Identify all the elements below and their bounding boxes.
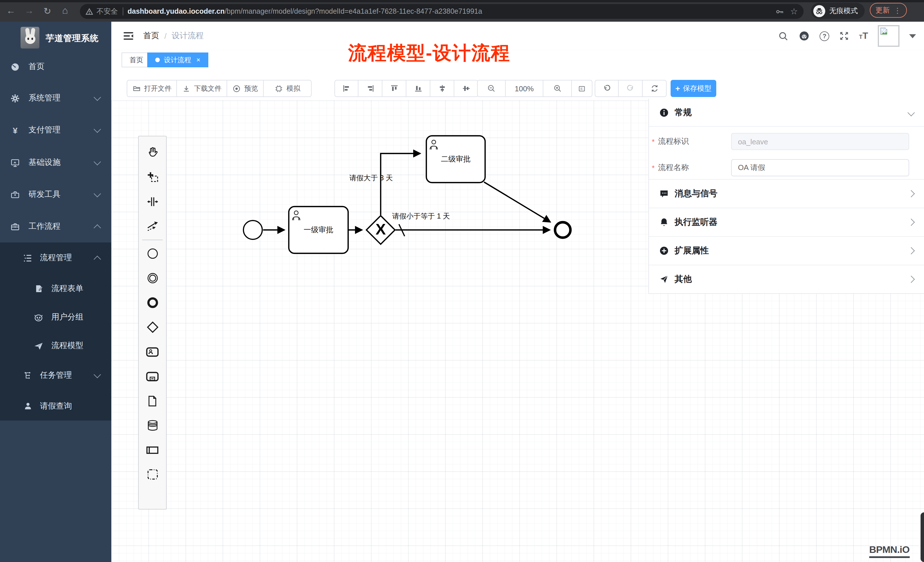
flow-label-less-equal-1-day[interactable]: 请假小于等于 1 天 (392, 212, 450, 221)
app-title: 芋道管理系统 (46, 33, 99, 44)
task1-label[interactable]: 一级审批 (289, 207, 348, 253)
sidebar-item-process-management[interactable]: 流程管理 (0, 245, 111, 270)
collapse-menu-icon[interactable] (123, 30, 134, 42)
help-icon[interactable]: ? (819, 31, 829, 41)
flow-task2-to-end[interactable] (484, 182, 550, 222)
sidebar-item-devtools[interactable]: 研发工具 (0, 182, 111, 207)
search-icon[interactable] (778, 30, 789, 41)
urlbar-divider (122, 7, 123, 15)
sidebar-item-workflow[interactable]: 工作流程 (0, 214, 111, 239)
avatar[interactable] (878, 25, 900, 47)
sidebar-item-task-management[interactable]: 任务管理 (0, 363, 111, 388)
process-name-input[interactable] (731, 159, 909, 176)
browser-reload-icon[interactable]: ↻ (41, 4, 54, 17)
process-key-input[interactable] (731, 133, 909, 150)
form-row-process-key: * 流程标识 (649, 132, 924, 151)
sidebar-item-system[interactable]: 系统管理 (0, 85, 111, 111)
browser-home-icon[interactable]: ⌂ (59, 4, 71, 17)
chevron-right-icon (908, 219, 915, 226)
avatar-caret-icon[interactable] (909, 34, 916, 38)
sidebar-item-label: 基础设施 (28, 157, 60, 168)
sidebar-item-payment[interactable]: ¥ 支付管理 (0, 117, 111, 142)
close-icon[interactable]: × (196, 56, 200, 64)
url-host: dashboard.yudao.iocoder.cn (128, 7, 225, 15)
breadcrumb-home[interactable]: 首页 (143, 31, 159, 41)
tab-design-process[interactable]: 设计流程 × (147, 52, 208, 67)
browser-tabstrip (0, 0, 924, 2)
end-event[interactable] (555, 222, 570, 238)
flow-gateway-to-task2[interactable] (381, 153, 420, 215)
plus-circle-icon (659, 246, 669, 256)
bpmn-canvas[interactable]: 打开文件 下载文件 预览 模拟 (111, 73, 924, 562)
warning-icon (86, 8, 93, 15)
breadcrumb: 首页 / 设计流程 (143, 31, 204, 41)
main-area: 首页 / 设计流程 ? TT (111, 22, 924, 562)
section-execution-listener[interactable]: 执行监听器 (649, 208, 924, 236)
info-icon (659, 108, 669, 117)
browser-update-button[interactable]: 更新 ⋮ (870, 3, 907, 18)
section-title: 常规 (675, 107, 692, 118)
chevron-down-icon (94, 190, 101, 197)
person-icon (23, 402, 33, 411)
sidebar-item-infrastructure[interactable]: 基础设施 (0, 150, 111, 175)
section-general[interactable]: 常规 (649, 99, 924, 126)
sidebar-item-label: 流程表单 (51, 283, 83, 294)
bpmn-io-watermark[interactable]: BPMN.iO (869, 544, 909, 558)
paper-plane-icon (34, 341, 44, 351)
chevron-right-icon (908, 276, 915, 283)
sidebar-item-label: 研发工具 (28, 189, 60, 200)
security-label: 不安全 (96, 7, 118, 16)
screenshot-root: ← → ↻ ⌂ 不安全 dashboard.yudao.iocoder.cn/b… (0, 0, 924, 562)
incognito-badge: 无痕模式 (811, 3, 865, 19)
font-size-icon[interactable]: TT (859, 31, 868, 41)
sidebar-item-user-group[interactable]: 用户分组 (0, 305, 111, 330)
incognito-icon (813, 5, 825, 17)
briefcase-icon (10, 222, 20, 231)
chevron-right-icon (908, 247, 915, 254)
section-title: 其他 (675, 274, 692, 285)
sidebar-item-label: 首页 (28, 61, 45, 72)
tab-home[interactable]: 首页 (122, 52, 151, 67)
start-event[interactable] (243, 220, 262, 239)
section-message-signal[interactable]: 消息与信号 (649, 179, 924, 208)
github-icon[interactable] (798, 30, 810, 42)
general-form: * 流程标识 * 流程名称 (649, 126, 924, 179)
app-logo (21, 27, 39, 48)
properties-panel: 常规 * 流程标识 * 流程名称 (648, 99, 924, 294)
bookmark-star-icon[interactable]: ☆ (790, 6, 798, 16)
breadcrumb-current: 设计流程 (172, 31, 204, 41)
face-icon (34, 312, 44, 322)
sidebar-item-home[interactable]: 首页 (0, 54, 111, 79)
section-title: 消息与信号 (675, 188, 717, 199)
key-icon[interactable] (775, 7, 784, 16)
sidebar-item-leave-query[interactable]: 请假查询 (0, 394, 111, 419)
tab-label: 首页 (129, 55, 143, 65)
side-handle[interactable] (921, 513, 924, 562)
address-bar[interactable]: 不安全 dashboard.yudao.iocoder.cn/bpm/manag… (80, 4, 804, 19)
bell-icon (659, 217, 669, 227)
sidebar: 芋道管理系统 首页 系统管理 ¥ 支付管理 基础设施 (0, 22, 111, 562)
app-logo-row[interactable]: 芋道管理系统 (0, 25, 111, 51)
chevron-up-icon (94, 255, 101, 262)
fullscreen-icon[interactable] (839, 31, 849, 41)
sidebar-item-label: 系统管理 (28, 93, 60, 103)
incognito-label: 无痕模式 (829, 6, 858, 16)
section-other[interactable]: 其他 (649, 265, 924, 293)
sidebar-item-process-model[interactable]: 流程模型 (0, 333, 111, 358)
browser-back-icon[interactable]: ← (4, 4, 17, 17)
sidebar-item-label: 流程管理 (40, 253, 72, 263)
toolbox-icon (10, 190, 20, 199)
browser-menu-icon[interactable]: ⋮ (894, 6, 901, 15)
sidebar-item-label: 工作流程 (28, 221, 60, 232)
section-extended-attributes[interactable]: 扩展属性 (649, 236, 924, 265)
browser-forward-icon[interactable]: → (23, 4, 35, 17)
flow-label-greater-3-days[interactable]: 请假大于 3 天 (349, 174, 393, 183)
list-icon (23, 253, 33, 263)
task2-label[interactable]: 二级审批 (426, 136, 485, 183)
sidebar-item-label: 请假查询 (40, 401, 72, 411)
active-dot-icon (155, 58, 160, 62)
update-label: 更新 (876, 5, 890, 15)
sidebar-item-process-form[interactable]: 流程表单 (0, 276, 111, 301)
chevron-right-icon (908, 190, 915, 197)
gateway-x-marker[interactable]: X (368, 216, 394, 243)
